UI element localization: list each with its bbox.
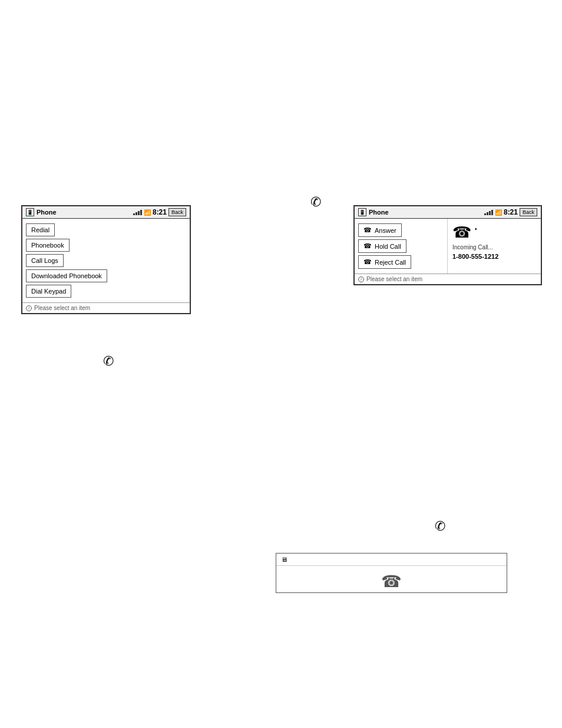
caller-number: 1-800-555-1212 — [452, 253, 498, 260]
phone-main-menu-panel: 📱 Phone 📶 8:21 Back Redial Phonebook Cal… — [21, 205, 191, 314]
panel1-back-button[interactable]: Back — [168, 208, 186, 216]
reject-call-button[interactable]: ☎ Reject Call — [358, 255, 411, 269]
signal-bar-2-2 — [487, 212, 488, 215]
panel2-time: 8:21 — [504, 208, 518, 216]
reject-call-label: Reject Call — [375, 259, 406, 266]
reject-call-icon: ☎ — [363, 258, 372, 266]
hold-call-icon: ☎ — [363, 242, 372, 250]
hold-call-label: Hold Call — [375, 243, 401, 250]
small-panel-phone-icon: ☎ — [381, 572, 402, 591]
dial-keypad-button[interactable]: Dial Keypad — [26, 285, 71, 298]
signal-bar-2 — [135, 212, 137, 215]
panel2-status-text: Please select an item — [366, 276, 422, 282]
phone-app-icon-2: 📱 — [358, 208, 366, 216]
antenna-icon: 📶 — [144, 209, 151, 216]
caller-phone-icon: ☎ — [452, 223, 471, 242]
call-logs-button[interactable]: Call Logs — [26, 254, 64, 267]
info-icon-2: i — [358, 276, 364, 282]
signal-bar-2-3 — [489, 211, 491, 215]
caller-dot: • — [475, 226, 477, 232]
caller-phone-icon-area: ☎ • — [452, 223, 477, 242]
panel1-time: 8:21 — [153, 208, 167, 216]
phonebook-button[interactable]: Phonebook — [26, 239, 70, 252]
panel2-header: 📱 Phone 📶 8:21 Back — [355, 206, 541, 219]
info-icon-1: i — [26, 305, 32, 311]
panel2-header-left: 📱 Phone — [358, 208, 389, 216]
redial-button[interactable]: Redial — [26, 223, 55, 236]
answer-button[interactable]: ☎ Answer — [358, 223, 402, 237]
panel2-header-right: 📶 8:21 Back — [484, 208, 537, 216]
panel1-header: 📱 Phone 📶 8:21 Back — [22, 206, 190, 219]
antenna-icon-2: 📶 — [495, 209, 502, 216]
panel1-status-bar: i Please select an item — [22, 302, 190, 313]
signal-bars-2 — [484, 209, 493, 215]
panel1-header-right: 📶 8:21 Back — [133, 208, 186, 216]
answer-label: Answer — [375, 227, 396, 234]
small-panel-header: 🖥 — [276, 554, 507, 566]
incoming-call-label: Incoming Call... — [452, 244, 493, 251]
incoming-call-buttons: ☎ Answer ☎ Hold Call ☎ Reject Call — [355, 219, 448, 274]
hold-call-button[interactable]: ☎ Hold Call — [358, 239, 406, 253]
panel2-title: Phone — [369, 209, 389, 216]
phone-app-icon: 📱 — [26, 208, 34, 216]
panel1-status-text: Please select an item — [34, 305, 90, 311]
signal-bar-2-1 — [484, 213, 486, 215]
signal-bar-3 — [138, 211, 140, 215]
small-panel-icon: 🖥 — [281, 556, 287, 563]
answer-icon: ☎ — [363, 226, 372, 234]
phone-incoming-call-panel: 📱 Phone 📶 8:21 Back ☎ Answer — [353, 205, 542, 285]
signal-bars — [133, 209, 142, 215]
signal-bar-2-4 — [491, 210, 493, 215]
signal-bar-1 — [133, 213, 135, 215]
panel2-back-button[interactable]: Back — [520, 208, 537, 216]
small-panel-body: ☎ — [276, 566, 507, 597]
caller-info-area: ☎ • Incoming Call... 1-800-555-1212 — [448, 219, 541, 274]
panel1-menu: Redial Phonebook Call Logs Downloaded Ph… — [22, 219, 190, 302]
panel1-header-left: 📱 Phone — [26, 208, 57, 216]
small-bottom-panel: 🖥 ☎ — [276, 553, 507, 593]
panel1-title: Phone — [37, 209, 57, 216]
floating-phone-icon-3: ✆ — [435, 519, 445, 534]
downloaded-phonebook-button[interactable]: Downloaded Phonebook — [26, 269, 107, 282]
panel2-status-bar: i Please select an item — [355, 274, 541, 284]
incoming-call-grid: ☎ Answer ☎ Hold Call ☎ Reject Call ☎ — [355, 219, 541, 274]
floating-phone-icon-1: ✆ — [103, 354, 114, 369]
floating-phone-icon-2: ✆ — [310, 195, 321, 210]
signal-bar-4 — [140, 210, 142, 215]
